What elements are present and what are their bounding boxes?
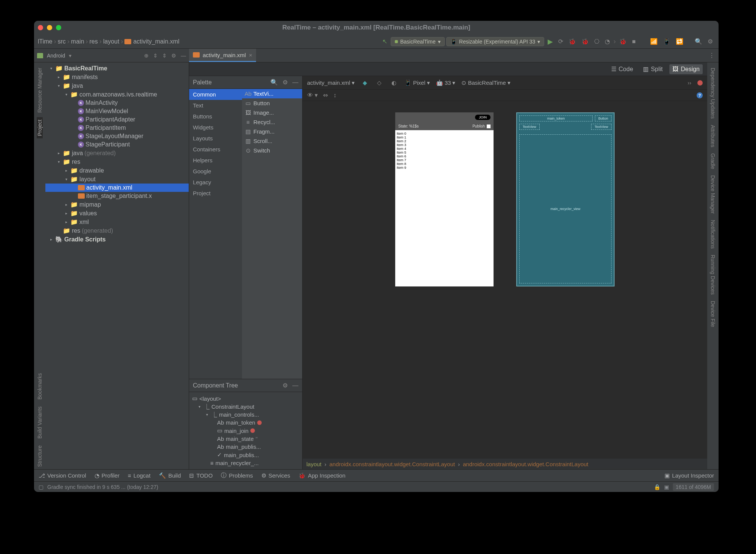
- palette-cat[interactable]: Buttons: [189, 111, 242, 122]
- tree-item[interactable]: drawable: [79, 167, 104, 174]
- tool-version-control[interactable]: ⎇ Version Control: [39, 472, 86, 479]
- help-icon[interactable]: ?: [697, 92, 703, 98]
- tree-item[interactable]: values: [79, 210, 97, 217]
- mode-split[interactable]: ▥ Split: [640, 64, 666, 74]
- lock-icon[interactable]: 🔒: [654, 484, 660, 490]
- palette-item-textview[interactable]: AbTextVi...: [242, 89, 302, 98]
- gear-icon[interactable]: ⚙: [171, 53, 176, 59]
- breadcrumb-part[interactable]: layout: [103, 38, 120, 45]
- device-dropdown[interactable]: 📱 Pixel ▾: [404, 79, 430, 86]
- api-dropdown[interactable]: 🤖 33 ▾: [436, 79, 456, 86]
- breadcrumb-part[interactable]: lTime: [38, 38, 53, 45]
- rail-bookmarks[interactable]: Bookmarks: [37, 371, 43, 402]
- run-button[interactable]: ▶: [546, 37, 555, 46]
- rail-gradle[interactable]: Gradle: [710, 151, 716, 171]
- palette-item-button[interactable]: ▭Button: [242, 98, 302, 108]
- rail-dependency-updates[interactable]: Dependency Updates: [710, 65, 716, 121]
- breadcrumb-part[interactable]: src: [58, 38, 66, 45]
- tree-file[interactable]: MainActivity: [85, 100, 118, 106]
- tree-root[interactable]: BasicRealTime: [64, 65, 107, 72]
- hide-icon[interactable]: —: [292, 79, 298, 86]
- target-icon[interactable]: ⊕: [144, 53, 149, 59]
- rail-build-variants[interactable]: Build Variants: [37, 404, 43, 441]
- memory-indicator[interactable]: 1611 of 4096M: [673, 483, 714, 491]
- module-selector[interactable]: BasicRealTime▾: [391, 37, 445, 46]
- rail-project[interactable]: Project: [37, 117, 43, 138]
- tool-build[interactable]: 🔨 Build: [159, 472, 181, 479]
- palette-cat[interactable]: Google: [189, 166, 242, 177]
- tool-problems[interactable]: ⓘ Problems: [221, 472, 253, 479]
- ctree-item[interactable]: main_recycler_...: [216, 460, 259, 466]
- tree-item[interactable]: manifests: [72, 74, 98, 81]
- rail-running-devices[interactable]: Running Devices: [710, 252, 716, 297]
- search-icon[interactable]: 🔍: [270, 79, 278, 86]
- hammer-icon[interactable]: ↖: [380, 38, 389, 45]
- profile-button[interactable]: ◔: [603, 38, 612, 45]
- breadcrumb-part[interactable]: activity_main.xml: [133, 38, 179, 45]
- night-icon[interactable]: ◐: [390, 79, 398, 86]
- tree-item[interactable]: xml: [79, 219, 89, 226]
- ctree-item[interactable]: main_publis...: [224, 452, 259, 458]
- hide-icon[interactable]: —: [181, 53, 186, 59]
- tree-item[interactable]: res: [72, 159, 80, 165]
- errors-badge[interactable]: [697, 80, 703, 86]
- sync-icon[interactable]: 🔁: [674, 38, 685, 45]
- theme-dropdown[interactable]: ⊙ BasicRealTime ▾: [461, 79, 510, 86]
- palette-item-scrollview[interactable]: ▥Scroll...: [242, 136, 302, 146]
- tree-item[interactable]: com.amazonaws.ivs.realtime: [79, 91, 157, 98]
- settings-button[interactable]: ⚙: [706, 38, 715, 45]
- rail-notifications[interactable]: Notifications: [710, 218, 716, 251]
- palette-cat[interactable]: Project: [189, 188, 242, 199]
- ctree-item[interactable]: main_join: [224, 428, 248, 434]
- breadcrumb-part[interactable]: main: [71, 38, 84, 45]
- tree-file[interactable]: StageLayoutManager: [85, 133, 143, 140]
- tree-item[interactable]: layout: [79, 176, 96, 183]
- tool-app-inspection[interactable]: 🐞 App Inspection: [298, 472, 345, 479]
- close-tab-icon[interactable]: ×: [249, 52, 252, 58]
- window-icon[interactable]: ▢: [39, 484, 43, 490]
- rail-resource-manager[interactable]: Resource Manager: [37, 65, 43, 115]
- search-button[interactable]: 🔍: [693, 38, 704, 45]
- palette-item-fragment[interactable]: ▤Fragm...: [242, 127, 302, 136]
- mode-design[interactable]: 🖼 Design: [669, 64, 703, 74]
- sdk-icon[interactable]: 📱: [661, 38, 672, 45]
- ctree-item[interactable]: main_publis...: [226, 444, 261, 450]
- design-canvas[interactable]: JOIN State: %1$sPublish Item 0 Item 1 It…: [303, 101, 707, 459]
- tree-item[interactable]: res: [72, 227, 80, 234]
- gear-icon[interactable]: ⚙: [283, 79, 288, 86]
- debug-button[interactable]: 🐞: [567, 38, 578, 45]
- mode-code[interactable]: ☰ Code: [608, 64, 636, 74]
- design-preview[interactable]: JOIN State: %1$sPublish Item 0 Item 1 It…: [395, 112, 494, 286]
- project-view-selector[interactable]: Android: [47, 53, 65, 59]
- tree-file[interactable]: MainViewModel: [85, 108, 128, 115]
- tree-gradle-scripts[interactable]: Gradle Scripts: [64, 236, 106, 243]
- attach-debugger-button[interactable]: 🐞: [617, 38, 629, 45]
- stop-button[interactable]: ■: [630, 38, 638, 45]
- ctree-item[interactable]: main_controls...: [219, 411, 259, 418]
- more-icon[interactable]: ››: [688, 79, 691, 86]
- tree-item[interactable]: java: [72, 150, 83, 157]
- rail-attributes[interactable]: Attributes: [710, 123, 716, 149]
- palette-cat[interactable]: Layouts: [189, 133, 242, 144]
- tree-item[interactable]: mipmap: [79, 201, 101, 208]
- zoom-icon[interactable]: ↕: [333, 92, 336, 99]
- more-icon[interactable]: ⋮: [709, 52, 715, 59]
- palette-cat[interactable]: Helpers: [189, 155, 242, 166]
- ctree-item[interactable]: main_state: [226, 436, 253, 442]
- tree-item[interactable]: java: [72, 82, 83, 89]
- tree-file[interactable]: item_stage_participant.x: [86, 193, 152, 199]
- gear-icon[interactable]: ⚙: [283, 382, 288, 389]
- tree-file[interactable]: ParticipantAdapter: [85, 116, 135, 123]
- editor-tab[interactable]: activity_main.xml ×: [189, 49, 256, 62]
- palette-item-switch[interactable]: ⊙Switch: [242, 146, 302, 155]
- ctree-item[interactable]: <layout>: [199, 395, 221, 402]
- tool-services[interactable]: ⚙ Services: [261, 472, 290, 479]
- tool-profiler[interactable]: ◔ Profiler: [95, 472, 120, 479]
- tool-layout-inspector[interactable]: ▣ Layout Inspector: [664, 472, 714, 479]
- ctree-item[interactable]: main_token: [226, 419, 255, 426]
- pan-icon[interactable]: ⇔: [323, 92, 328, 99]
- palette-cat[interactable]: Text: [189, 100, 242, 111]
- tree-file[interactable]: ParticipantItem: [85, 124, 126, 131]
- apply-changes-button[interactable]: ⟳: [556, 38, 565, 45]
- rail-device-file[interactable]: Device File: [710, 299, 716, 329]
